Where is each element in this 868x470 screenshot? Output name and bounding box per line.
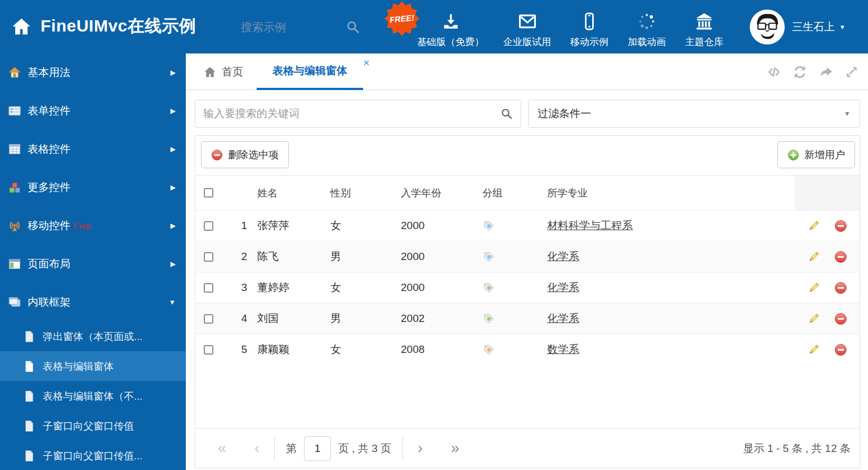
open-new-window-icon[interactable] xyxy=(818,65,833,79)
arrow-down-icon: ▼ xyxy=(169,298,176,306)
cell-name: 张萍萍 xyxy=(252,218,325,233)
plus-circle-icon xyxy=(788,149,799,161)
tag-icon xyxy=(482,220,495,232)
menu-item-label: 基础版（免费） xyxy=(417,35,484,48)
row-index: 2 xyxy=(231,250,252,263)
sidebar-item-mobile-controls[interactable]: 移动控件 Corp. ▶ xyxy=(0,207,186,245)
corp-badge: Corp. xyxy=(74,221,93,231)
delete-row-icon xyxy=(834,220,847,232)
menu-item-label: 主题仓库 xyxy=(685,35,723,48)
page-label-prefix: 第 xyxy=(286,441,297,456)
table-row[interactable]: 3 董婷婷 女 2000 化学系 xyxy=(195,272,860,303)
fullscreen-icon[interactable] xyxy=(844,65,859,79)
cell-name: 陈飞 xyxy=(252,249,325,264)
sidebar-item-more-controls[interactable]: 更多控件 ▶ xyxy=(0,168,186,207)
sidebar-item-form-controls[interactable]: 表单控件 ▶ xyxy=(0,92,186,130)
cell-year: 2000 xyxy=(395,250,477,263)
app-header: FineUIMvc在线示例 搜索示例 FREE! 基础版（免费） 企业版试用 移… xyxy=(0,0,868,53)
row-index: 5 xyxy=(231,343,252,356)
sidebar-subitem-child-to-parent[interactable]: 子窗口向父窗口传值 xyxy=(0,411,186,441)
cubes-icon xyxy=(8,181,21,194)
select-all-checkbox[interactable] xyxy=(204,188,213,198)
major-link[interactable]: 化学系 xyxy=(547,312,579,324)
source-code-icon[interactable] xyxy=(767,65,781,79)
filter-dropdown[interactable]: 过滤条件一 ▼ xyxy=(528,100,860,128)
menu-item-mobile-demo[interactable]: 移动示例 xyxy=(561,0,618,48)
home-icon[interactable] xyxy=(11,16,32,37)
arrow-right-icon: ▶ xyxy=(171,183,176,191)
tab-home[interactable]: 首页 xyxy=(203,53,243,90)
pagination-bar: « ‹ 第 页 , 共 3 页 › » 显示 1 - 5 条 , 共 12 条 xyxy=(195,428,860,468)
file-icon xyxy=(24,390,35,402)
prev-page-button[interactable]: ‹ xyxy=(251,441,263,456)
refresh-icon[interactable] xyxy=(793,65,807,79)
delete-row-icon xyxy=(834,312,847,325)
arrow-right-icon: ▶ xyxy=(171,69,176,77)
sidebar-item-iframe[interactable]: 内联框架 ▼ xyxy=(0,283,186,321)
delete-selected-button[interactable]: 删除选中项 xyxy=(201,141,289,168)
table-row[interactable]: 5 康颖颖 女 2008 数学系 xyxy=(195,334,860,365)
sidebar-item-basic-usage[interactable]: 基本用法 ▶ xyxy=(0,53,186,92)
menu-item-enterprise-trial[interactable]: 企业版试用 xyxy=(494,0,561,48)
frames-icon xyxy=(8,296,21,309)
column-header-name[interactable]: 姓名 xyxy=(252,186,325,200)
next-page-button[interactable]: › xyxy=(414,441,426,456)
sidebar-item-grid-controls[interactable]: 表格控件 ▶ xyxy=(0,130,186,168)
row-checkbox[interactable] xyxy=(204,252,213,262)
column-header-group[interactable]: 分组 xyxy=(477,186,542,200)
table-search-box[interactable] xyxy=(195,100,521,128)
sidebar-subitem-grid-edit-window-2[interactable]: 表格与编辑窗体（不... xyxy=(0,381,186,411)
add-user-button[interactable]: 新增用户 xyxy=(777,141,855,168)
row-checkbox[interactable] xyxy=(204,345,213,355)
bank-icon xyxy=(693,10,715,33)
user-menu[interactable]: 三生石上 ▼ xyxy=(750,0,845,53)
sidebar-item-page-layout[interactable]: 页面布局 ▶ xyxy=(0,245,186,283)
close-icon[interactable]: ✕ xyxy=(363,58,370,68)
table-row[interactable]: 2 陈飞 男 2000 化学系 xyxy=(195,241,860,272)
file-icon xyxy=(24,450,35,462)
sidebar-subitem-child-to-parent-2[interactable]: 子窗口向父窗口传值... xyxy=(0,441,186,470)
row-checkbox[interactable] xyxy=(204,314,213,324)
major-link[interactable]: 化学系 xyxy=(547,250,579,262)
last-page-button[interactable]: » xyxy=(448,441,463,456)
page-number-input[interactable] xyxy=(304,436,331,461)
search-icon xyxy=(346,20,360,34)
row-checkbox[interactable] xyxy=(204,221,213,231)
table-search-input[interactable] xyxy=(203,108,500,120)
menu-item-basic-free[interactable]: 基础版（免费） xyxy=(408,0,494,48)
table-row[interactable]: 1 张萍萍 女 2000 材料科学与工程系 xyxy=(195,210,860,241)
major-link[interactable]: 材料科学与工程系 xyxy=(547,220,633,231)
divider xyxy=(402,436,403,461)
table-empty-space xyxy=(195,365,860,428)
home-icon xyxy=(8,66,21,79)
caret-down-icon: ▼ xyxy=(844,110,851,118)
envelope-icon xyxy=(516,10,539,33)
sidebar-subitem-grid-edit-window[interactable]: 表格与编辑窗体 xyxy=(0,351,186,381)
delete-row-icon xyxy=(834,281,847,294)
first-page-button[interactable]: « xyxy=(214,441,230,456)
major-link[interactable]: 化学系 xyxy=(547,281,579,293)
header-menu: 基础版（免费） 企业版试用 移动示例 加载动画 主题仓库 xyxy=(408,0,733,53)
edit-icon xyxy=(807,250,820,263)
header-search[interactable]: 搜索示例 xyxy=(241,17,360,37)
row-checkbox[interactable] xyxy=(204,283,213,293)
sidebar-subitem-popup-window[interactable]: 弹出窗体（本页面或... xyxy=(0,321,186,351)
column-header-gender[interactable]: 性别 xyxy=(325,186,395,200)
arrow-right-icon: ▶ xyxy=(171,107,176,115)
column-header-year[interactable]: 入学年份 xyxy=(395,186,477,200)
cell-gender: 女 xyxy=(325,280,395,295)
major-link[interactable]: 数学系 xyxy=(547,343,579,355)
download-icon xyxy=(440,10,462,33)
antenna-icon xyxy=(8,219,21,232)
cell-group xyxy=(477,312,542,325)
column-header-major[interactable]: 所学专业 xyxy=(542,186,795,200)
free-badge: FREE! xyxy=(384,1,420,37)
menu-item-theme-repository[interactable]: 主题仓库 xyxy=(675,0,733,48)
cell-group xyxy=(477,281,542,294)
tab-grid-edit-window[interactable]: 表格与编辑窗体 ✕ xyxy=(257,53,363,90)
menu-item-loading-animations[interactable]: 加载动画 xyxy=(618,0,675,48)
grid-toolbar: 删除选中项 新增用户 xyxy=(195,136,860,175)
table-row[interactable]: 4 刘国 男 2002 化学系 xyxy=(195,303,860,334)
arrow-right-icon: ▶ xyxy=(171,222,176,230)
cell-year: 2000 xyxy=(395,220,477,232)
